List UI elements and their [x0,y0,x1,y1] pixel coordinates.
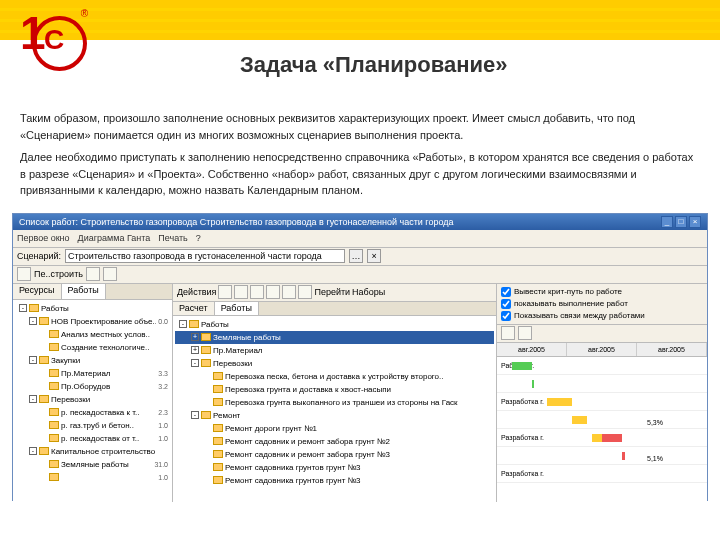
toggle-icon[interactable]: - [29,356,37,364]
tree-label: р. пескадоставка к т.. [61,406,139,419]
toggle-icon[interactable]: + [191,346,199,354]
gantt-tool-icon[interactable] [518,326,532,340]
tree-row[interactable]: -Перевозки [15,393,170,406]
mid-tree-label: Перевозка грунта и доставка к хвост-насы… [225,383,391,396]
scenario-x-button[interactable]: × [367,249,381,263]
mid-icon[interactable] [282,285,296,299]
menu-firstwin[interactable]: Первое окно [17,233,70,243]
check-option[interactable]: Вывести крит-путь по работе [501,286,703,298]
tree-row[interactable]: Пр.Оборудов3.2 [15,380,170,393]
mid-icon[interactable] [298,285,312,299]
mid-tree-label: Ремонт садовника грунтов грунт №3 [225,474,361,487]
mid-tree-row[interactable]: -Работы [175,318,494,331]
gantt-bar[interactable] [602,434,622,442]
tool-icon[interactable] [103,267,117,281]
toolbar: Пе..строить [13,266,707,284]
scenario-input[interactable] [65,249,345,263]
check-option[interactable]: показывать выполнение работ [501,298,703,310]
folder-icon [213,385,223,393]
tool-icon[interactable] [17,267,31,281]
mid-nabor[interactable]: Наборы [352,287,385,297]
tree-row[interactable]: 1.0 [15,471,170,484]
mid-icon[interactable] [266,285,280,299]
tree-label: НОВ Проектирование объе.. [51,315,156,328]
check-option[interactable]: Показывать связи между работами [501,310,703,322]
tab-resources[interactable]: Ресурсы [13,284,62,299]
minimize-button[interactable]: _ [661,216,673,228]
slide-body: Таким образом, произошло заполнение осно… [0,100,720,213]
tree-row[interactable]: Анализ местных услов.. [15,328,170,341]
folder-icon [49,369,59,377]
tree-label: р. пескадоставк от т.. [61,432,139,445]
mid-tree-row[interactable]: Перевозка песка, бетона и доставка к уст… [175,370,494,383]
mid-tree-row[interactable]: +Земляные работы [175,331,494,344]
tree-row[interactable]: Пр.Материал3.3 [15,367,170,380]
gantt-row [497,375,707,393]
mid-tree-row[interactable]: Ремонт садовник и ремонт забора грунт №2 [175,435,494,448]
mid-icon[interactable] [218,285,232,299]
para-2: Далее необходимо приступать к заполнению… [20,149,700,199]
mid-tree-row[interactable]: -Ремонт [175,409,494,422]
tree-row[interactable]: Создание технологиче.. [15,341,170,354]
menu-help[interactable]: ? [196,233,201,243]
tree-num: 31.0 [154,458,170,471]
mid-tree-row[interactable]: Перевозка грунта выкопанного из траншеи … [175,396,494,409]
checkbox[interactable] [501,311,511,321]
mid-tree-label: Перевозка песка, бетона и доставка к уст… [225,370,443,383]
close-button[interactable]: × [689,216,701,228]
toggle-icon[interactable]: + [191,333,199,341]
gantt-bar[interactable] [622,452,625,460]
toggle-icon[interactable]: - [29,317,37,325]
mid-tab-calc[interactable]: Расчет [173,302,215,315]
gantt-bar[interactable] [512,362,532,370]
tree-row[interactable]: р. газ.труб и бетон..1.0 [15,419,170,432]
scenario-dots-button[interactable]: … [349,249,363,263]
tree-num: 1.0 [158,432,170,445]
folder-icon [39,317,49,325]
mid-icon[interactable] [234,285,248,299]
gantt-row: 5,1% [497,447,707,465]
toggle-icon[interactable]: - [191,359,199,367]
mid-tree-label: Ремонт садовника грунтов грунт №3 [225,461,361,474]
menu-print[interactable]: Печать [158,233,187,243]
mid-tree-row[interactable]: +Пр.Материал [175,344,494,357]
menu-gantt[interactable]: Диаграмма Ганта [78,233,151,243]
tab-works[interactable]: Работы [62,284,106,299]
checkbox[interactable] [501,287,511,297]
tree-row[interactable]: -Капитальное строительство [15,445,170,458]
mid-icon[interactable] [250,285,264,299]
mid-tree-row[interactable]: Ремонт садовник и ремонт забора грунт №3 [175,448,494,461]
mid-tree-row[interactable]: Ремонт садовника грунтов грунт №3 [175,461,494,474]
mid-tree-row[interactable]: -Перевозки [175,357,494,370]
maximize-button[interactable]: □ [675,216,687,228]
folder-icon [213,437,223,445]
mid-tab-works[interactable]: Работы [215,302,259,315]
toggle-icon[interactable]: - [179,320,187,328]
mid-goto[interactable]: Перейти [314,287,350,297]
toggle-icon[interactable]: - [29,447,37,455]
gantt-bar[interactable] [592,434,602,442]
tree-label: Закупки [51,354,80,367]
toggle-icon[interactable]: - [19,304,27,312]
tool-refresh[interactable]: Пе..строить [34,269,83,279]
mid-tree-row[interactable]: Перевозка грунта и доставка к хвост-насы… [175,383,494,396]
checkbox[interactable] [501,299,511,309]
tree-row[interactable]: -Закупки [15,354,170,367]
gantt-bar[interactable] [547,398,572,406]
mid-tree-row[interactable]: Ремонт дороги грунт №1 [175,422,494,435]
tree-row[interactable]: -Работы [15,302,170,315]
tree-row[interactable]: р. пескадоставка к т..2.3 [15,406,170,419]
tree-row[interactable]: р. пескадоставк от т..1.0 [15,432,170,445]
tree-num: 1.0 [158,419,170,432]
tool-icon[interactable] [86,267,100,281]
gantt-bar[interactable] [532,380,534,388]
gantt-bar[interactable] [572,416,587,424]
window-title: Список работ: Строительство газопровода … [19,217,454,227]
tree-row[interactable]: Земляные работы31.0 [15,458,170,471]
toggle-icon[interactable]: - [29,395,37,403]
toggle-icon[interactable]: - [191,411,199,419]
gantt-tool-icon[interactable] [501,326,515,340]
mid-actions[interactable]: Действия [177,287,216,297]
mid-tree-row[interactable]: Ремонт садовника грунтов грунт №3 [175,474,494,487]
tree-row[interactable]: -НОВ Проектирование объе..0.0 [15,315,170,328]
